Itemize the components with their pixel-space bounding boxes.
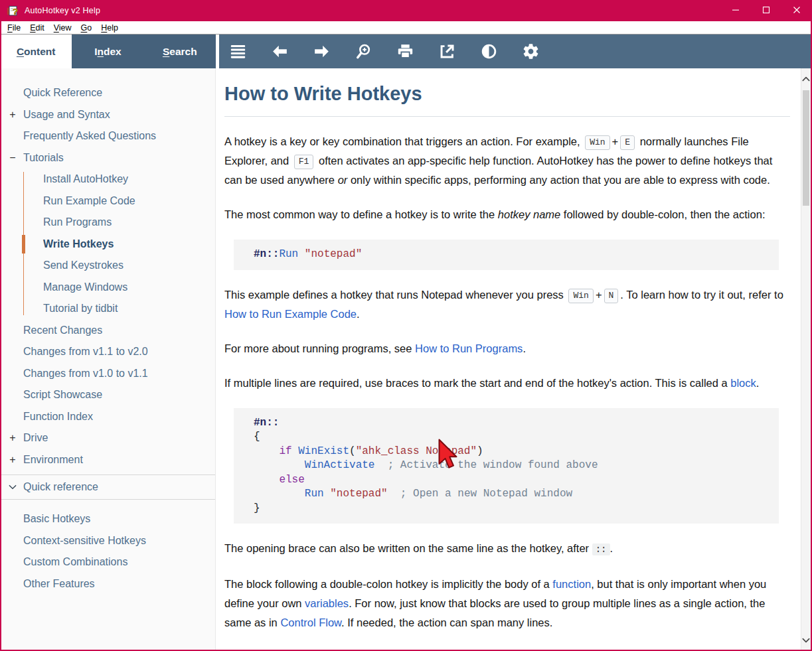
sidebar-item-context-sensitive-hotkeys[interactable]: Context-sensitive Hotkeys	[0, 530, 215, 552]
code-block: #n::{ if WinExist("ahk_class Notepad") W…	[234, 408, 779, 524]
minus-icon[interactable]: −	[7, 153, 19, 163]
sidebar-item-other-features[interactable]: Other Features	[0, 573, 215, 595]
sidebar-item-manage-windows[interactable]: Manage Windows	[0, 277, 215, 299]
code-token	[324, 488, 331, 500]
toolbar-back-button[interactable]	[270, 42, 289, 62]
text-run: .	[523, 342, 526, 354]
tab-index[interactable]: Index	[72, 35, 143, 68]
toc-sidebar: Quick Reference+Usage and SyntaxFrequent…	[0, 68, 216, 651]
code-line: }	[254, 502, 768, 516]
sidebar-item-run-example-code[interactable]: Run Example Code	[0, 190, 215, 212]
sidebar-item-install-autohotkey[interactable]: Install AutoHotkey	[0, 169, 215, 190]
sidebar-item-tutorials[interactable]: −Tutorials	[0, 147, 215, 169]
sidebar-item-label: Script Showcase	[23, 389, 102, 401]
toolbar-dark-mode-button[interactable]	[479, 42, 499, 62]
sidebar-item-label: Function Index	[23, 411, 93, 423]
code-token	[388, 488, 400, 500]
menu-label: o	[87, 23, 92, 33]
sidebar-item-run-programs[interactable]: Run Programs	[0, 212, 215, 234]
sidebar-item-function-index[interactable]: Function Index	[0, 406, 215, 428]
sidebar-item-tutorial-by-tidbit[interactable]: Tutorial by tidbit	[0, 298, 215, 320]
link-function[interactable]: function	[552, 578, 591, 590]
window-border-left	[0, 0, 1, 651]
sidebar-item-label: Usage and Syntax	[23, 109, 110, 121]
sidebar-item-recent-changes[interactable]: Recent Changes	[0, 320, 215, 342]
sidebar-item-quick-reference[interactable]: Quick reference	[0, 474, 215, 500]
article-paragraph: The opening brace can also be written on…	[224, 539, 790, 559]
zoom-in-icon	[355, 42, 372, 60]
link-block[interactable]: block	[730, 377, 756, 389]
code-token: Run	[279, 248, 298, 260]
code-token	[298, 248, 305, 260]
toolbar	[219, 35, 812, 68]
toolbar-settings-button[interactable]	[521, 42, 540, 62]
tab-label: dex	[104, 46, 122, 58]
sidebar-item-basic-hotkeys[interactable]: Basic Hotkeys	[0, 508, 215, 530]
sidebar-item-label: Manage Windows	[43, 281, 127, 293]
sidebar-item-frequently-asked-questions[interactable]: Frequently Asked Questions	[0, 125, 215, 147]
minimize-button[interactable]	[720, 0, 751, 21]
scroll-down-button[interactable]	[801, 636, 811, 645]
text-run: The block following a double-colon hotke…	[224, 578, 552, 590]
sidebar-item-label: Send Keystrokes	[43, 259, 123, 271]
sidebar-item-label: Changes from v1.0 to v1.1	[23, 368, 148, 380]
sidebar-item-quick-reference[interactable]: Quick Reference	[0, 82, 215, 104]
tab-content[interactable]: Content	[0, 35, 72, 68]
chevron-down-icon[interactable]	[7, 482, 19, 492]
tab-search[interactable]: Search	[144, 35, 216, 68]
sidebar-item-label: Install AutoHotkey	[43, 173, 128, 185]
plus-icon[interactable]: +	[7, 455, 19, 465]
text-run: only within specific apps, performing an…	[347, 174, 770, 186]
text-run: followed by double-colon, then the actio…	[560, 208, 765, 220]
toolbar-zoom-button[interactable]	[353, 42, 373, 62]
menu-mnemonic: E	[30, 23, 35, 33]
menu-label: ile	[13, 23, 21, 33]
tab-mnemonic: n	[98, 46, 104, 58]
sidebar-item-send-keystrokes[interactable]: Send Keystrokes	[0, 255, 215, 277]
close-button[interactable]	[781, 0, 812, 21]
code-token: ; Open a new Notepad window	[400, 488, 572, 500]
scrollbar-thumb[interactable]	[803, 90, 809, 206]
menu-view[interactable]: View	[49, 23, 76, 33]
menu-label: dit	[36, 23, 44, 33]
link-control-flow[interactable]: Control Flow	[280, 616, 341, 628]
sidebar-item-label: Drive	[23, 432, 48, 444]
toolbar-print-button[interactable]	[395, 42, 415, 62]
sidebar-item-changes-from-v1-1-to-v2-0[interactable]: Changes from v1.1 to v2.0	[0, 341, 215, 363]
scroll-up-button[interactable]	[801, 74, 811, 84]
toolbar-forward-button[interactable]	[311, 42, 331, 62]
code-token: "notepad"	[330, 488, 387, 500]
text-run: This example defines a hotkey that runs …	[224, 289, 566, 301]
toolbar-open-external-button[interactable]	[437, 42, 457, 62]
link-how-to-run-programs[interactable]: How to Run Programs	[415, 342, 523, 354]
code-token: if	[279, 445, 291, 457]
kbd-key-e: E	[620, 135, 635, 150]
text-run: +	[596, 289, 602, 301]
sidebar-item-custom-combinations[interactable]: Custom Combinations	[0, 551, 215, 573]
sidebar-item-script-showcase[interactable]: Script Showcase	[0, 384, 215, 406]
sidebar-item-environment[interactable]: +Environment	[0, 449, 215, 471]
article-paragraph: For more about running programs, see How…	[224, 339, 790, 358]
tab-strip: ContentIndexSearch	[0, 35, 216, 68]
sidebar-item-write-hotkeys[interactable]: Write Hotkeys	[0, 234, 215, 255]
sidebar-item-changes-from-v1-0-to-v1-1[interactable]: Changes from v1.0 to v1.1	[0, 363, 215, 385]
sidebar-item-usage-and-syntax[interactable]: +Usage and Syntax	[0, 104, 215, 126]
code-block: #n::Run "notepad"	[234, 240, 779, 270]
menu-go[interactable]: Go	[76, 23, 97, 33]
plus-icon[interactable]: +	[7, 433, 19, 443]
menu-file[interactable]: File	[3, 23, 25, 33]
menu-mnemonic: V	[54, 23, 59, 33]
emphasized-text: or	[338, 174, 348, 186]
sidebar-item-label: Environment	[23, 454, 83, 466]
sidebar-item-drive[interactable]: +Drive	[0, 427, 215, 449]
toolbar-toc-menu-button[interactable]	[228, 42, 248, 62]
maximize-button[interactable]	[751, 0, 781, 21]
vertical-scrollbar[interactable]	[801, 68, 811, 651]
menu-edit[interactable]: Edit	[25, 23, 49, 33]
link-how-to-run-example-code[interactable]: How to Run Example Code	[224, 308, 357, 320]
link-variables[interactable]: variables	[305, 597, 349, 609]
code-line: else	[254, 473, 768, 488]
code-line: WinActivate ; Activate the window found …	[254, 459, 768, 473]
menu-help[interactable]: Help	[96, 23, 123, 33]
plus-icon[interactable]: +	[7, 109, 19, 120]
